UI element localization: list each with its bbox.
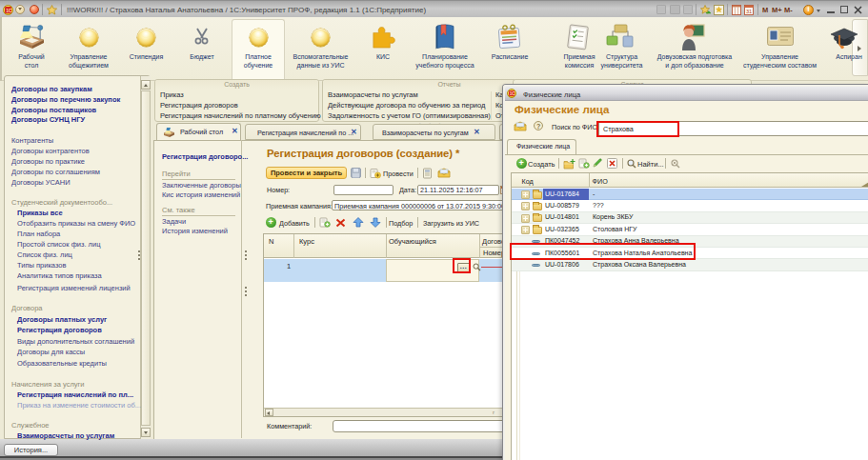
svg-text:31: 31 xyxy=(746,9,752,14)
